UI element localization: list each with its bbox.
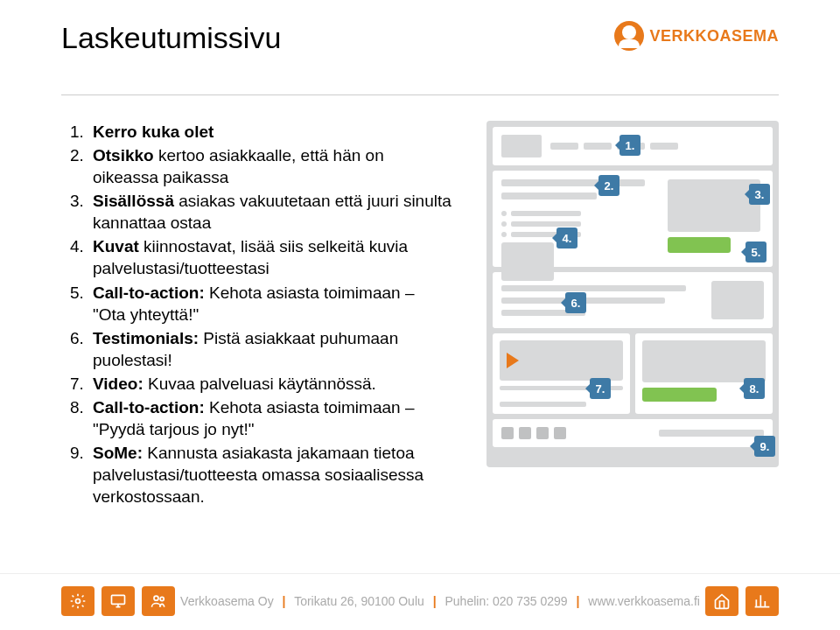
wf-badge-9: 9. — [754, 436, 775, 457]
list-item-bold: Sisällössä — [93, 192, 174, 210]
page-title: Laskeutumissivu — [61, 21, 281, 55]
list-item-bold: Call-to-action: — [93, 398, 205, 416]
footer-company: Verkkoasema Oy — [180, 594, 274, 608]
logo-icon — [614, 21, 644, 51]
footer-phone-label: Puhelin: — [445, 594, 490, 608]
wf-badge-8: 8. — [744, 378, 765, 399]
brand-name: VERKKOASEMA — [649, 27, 779, 46]
list-item: Video: Kuvaa palveluasi käytännössä. — [61, 373, 452, 395]
wf-badge-1: 1. — [620, 135, 640, 156]
title-divider — [61, 94, 779, 95]
brand-logo: VERKKOASEMA — [614, 21, 779, 51]
list-item-text: kiinnostavat, lisää siis selkeitä kuvia … — [93, 237, 408, 277]
footer-address: Torikatu 26, 90100 Oulu — [294, 594, 424, 608]
gear-icon — [61, 586, 94, 616]
list-item: Otsikko kertoo asiakkaalle, että hän on … — [61, 144, 452, 188]
list-item: Call-to-action: Kehota asiasta toimimaan… — [61, 282, 452, 326]
wf-badge-2: 2. — [598, 175, 620, 196]
numbered-list: Kerro kuka oletOtsikko kertoo asiakkaall… — [61, 121, 452, 509]
wf-badge-6: 6. — [565, 292, 586, 313]
screen-icon — [102, 586, 135, 616]
footer-phone: 020 735 0299 — [493, 594, 568, 608]
list-item: Kerro kuka olet — [61, 121, 452, 143]
list-item-bold: Kuvat — [93, 237, 139, 256]
users-icon — [142, 586, 175, 616]
list-item-bold: Video: — [93, 374, 144, 393]
svg-point-3 — [160, 597, 164, 600]
list-item: Kuvat kiinnostavat, lisää siis selkeitä … — [61, 235, 452, 279]
svg-point-2 — [154, 596, 158, 600]
list-item-bold: SoMe: — [93, 444, 143, 462]
list-item-text: Kuvaa palveluasi käytännössä. — [144, 374, 376, 393]
list-item-bold: Testimonials: — [93, 329, 199, 347]
list-item-bold: Call-to-action: — [93, 284, 205, 302]
list-item: SoMe: Kannusta asiakasta jakamaan tietoa… — [61, 442, 452, 508]
svg-rect-1 — [112, 595, 125, 604]
list-item-bold: Otsikko — [93, 146, 154, 164]
wf-badge-7: 7. — [590, 378, 611, 399]
list-item-text: Kannusta asiakasta jakamaan tietoa palve… — [93, 444, 424, 506]
list-item-bold: Kerro kuka olet — [93, 122, 214, 141]
wireframe-illustration: 1. 2. 3. 4. 5. 6. 7. 8. 9. — [486, 121, 779, 467]
footer-url: www.verkkoasema.fi — [588, 594, 700, 608]
list-item: Testimonials: Pistä asiakkaat puhumaan p… — [61, 327, 452, 371]
slide-footer: Verkkoasema Oy | Torikatu 26, 90100 Oulu… — [0, 573, 840, 630]
wf-badge-5: 5. — [746, 242, 766, 262]
wf-badge-4: 4. — [556, 228, 578, 248]
list-item: Sisällössä asiakas vakuutetaan että juur… — [61, 190, 452, 234]
wf-badge-3: 3. — [749, 184, 770, 205]
list-item: Call-to-action: Kehota asiasta toimimaan… — [61, 396, 452, 440]
chart-icon — [746, 586, 779, 616]
home-icon — [705, 586, 738, 616]
svg-point-0 — [76, 599, 80, 604]
